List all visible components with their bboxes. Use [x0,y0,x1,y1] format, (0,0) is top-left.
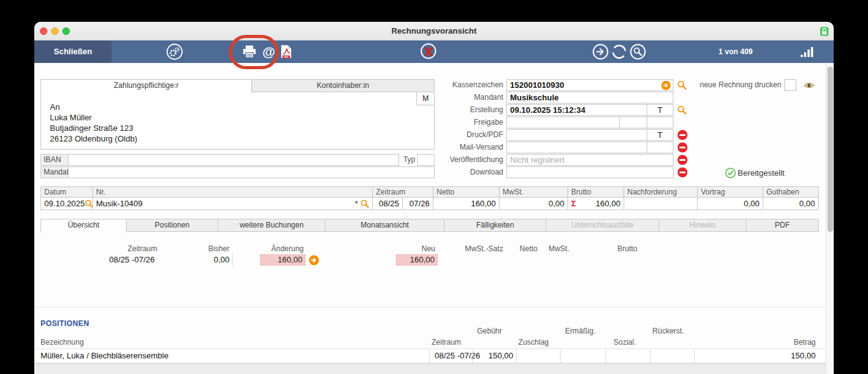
pos-header-rueckerst: Rückerst. [622,327,684,335]
print-icon[interactable] [241,45,258,59]
summary-header-mwst: MwSt. [499,186,568,198]
pos-zuschlag-value [473,349,535,363]
tab-uebersicht[interactable]: Übersicht [41,219,127,233]
settings-gear-icon[interactable] [165,42,184,61]
kassenzeichen-field[interactable]: 152001010930 [506,79,673,91]
tab-weitere-buchungen[interactable]: weitere Buchungen [218,219,326,232]
freigabe-field-3[interactable] [647,117,673,128]
summary-datum-field[interactable]: 09.10.2025 [41,197,93,210]
pos-betrag-value: 150,00 [753,349,816,363]
nr-search-icon[interactable] [360,199,369,208]
uebersicht-bisher-value: 0,00 [180,254,229,266]
email-at-icon[interactable]: @ [263,41,275,63]
summary-header-nr: Nr. [92,186,373,198]
mail-versand-field[interactable] [506,141,647,153]
kassenzeichen-go-arrow-icon[interactable] [661,80,671,90]
search-icon[interactable] [629,43,647,60]
erstellung-search-icon[interactable] [677,105,687,115]
pos-header-bezeichnung: Bezeichnung [41,338,84,347]
veroeffentlichung-field[interactable]: Nicht registriert [506,154,673,166]
refresh-icon[interactable] [610,43,628,60]
mandant-field[interactable]: Musikschule [506,92,673,103]
download-field[interactable] [506,166,673,178]
titlebar: Rechnungsvoransicht [34,22,834,41]
erstellung-field[interactable]: 09.10.2025 15:12:34 [506,104,647,116]
recipient-address: An Luka Müller Butjadinger Straße 123 26… [50,102,137,144]
mandat-label: Mandat [41,166,69,178]
provided-check-icon [725,168,736,178]
kassenzeichen-value: 152001010930 [510,80,564,90]
preview-eye-icon[interactable] [804,82,814,89]
erstellung-value: 09.10.2025 15:12:34 [510,105,586,115]
iban-field[interactable] [68,154,399,166]
m-button[interactable]: M [417,92,435,105]
kassenzeichen-label: Kassenzeichen [391,79,503,91]
print-new-invoice-checkbox[interactable] [784,79,796,91]
download-remove-icon[interactable] [677,167,688,178]
summary-header-netto: Netto [433,186,499,198]
scrollbar-thumb[interactable] [827,67,833,232]
druck-pdf-remove-icon[interactable] [677,130,688,140]
druck-pdf-field[interactable] [506,129,647,141]
tab-pdf[interactable]: PDF [746,219,819,232]
summary-mwst-value: 0,00 [499,197,568,210]
summary-zeitraum-to[interactable]: 07/26 [402,197,433,210]
bottom-strip [34,363,826,374]
go-next-arrow-icon[interactable] [592,43,609,60]
uebersicht-aenderung-value: 160,00 [260,254,306,266]
uebersicht-header-brutto: Brutto [575,244,637,253]
mandant-label: Mandant [391,92,503,103]
uebersicht-header-neu: Neu [373,244,435,253]
erstellung-t-button[interactable]: T [647,104,673,116]
summary-brutto-value: 160,00 [596,198,620,209]
cancel-stop-icon[interactable] [418,42,438,62]
summary-nr-field[interactable]: Musik-10409 * [92,197,373,210]
druck-pdf-t-button[interactable]: T [647,129,673,141]
summary-header-datum: Datum [41,186,93,198]
divider-dashed [429,350,430,363]
mail-versand-field-2[interactable] [647,141,673,153]
position-row[interactable]: Müller, Luka / Blechbläserensemble 08/25… [34,348,826,363]
mandat-field[interactable] [68,166,435,178]
signal-bars-icon[interactable] [801,46,814,57]
tab-faelligkeiten[interactable]: Fälligkeiten [444,219,546,232]
lock-icon [820,27,829,39]
address-line: 26123 Oldenburg (Oldb) [50,133,137,144]
veroeffentlichung-label: Veröffentlichung [391,154,503,166]
mandant-value: Musikschule [510,93,559,102]
address-line: Luka Müller [50,112,137,123]
summary-header-guthaben: Guthaben [763,186,819,198]
pdf-icon[interactable]: PDF [280,44,292,59]
summary-zeitraum-from[interactable]: 08/25 [372,197,403,210]
address-line: An [50,102,137,112]
pos-header-zuschlag: Zuschlag [486,338,549,347]
divider-dashed [560,350,561,363]
apply-change-arrow-icon[interactable] [309,255,319,266]
summary-header-vortrag: Vortrag [697,186,763,198]
tab-monatsansicht[interactable]: Monatsansicht [325,219,445,232]
erstellung-label: Erstellung [391,104,503,116]
record-counter: 1 von 409 [718,41,753,63]
scrollbar-track[interactable] [826,63,834,374]
freigabe-field[interactable] [506,117,620,128]
app-window: Rechnungsvoransicht Schließen [34,22,834,374]
summary-nr-value: Musik-10409 [96,198,142,209]
freigabe-label: Freigabe [391,117,503,128]
toolbar: Schließen @ PDF [34,41,834,63]
mail-versand-remove-icon[interactable] [677,142,688,153]
uebersicht-header-aenderung: Änderung [241,244,304,253]
close-button[interactable]: Schließen [34,41,112,63]
veroeffentlichung-remove-icon[interactable] [677,155,688,165]
tab-positionen[interactable]: Positionen [126,219,218,232]
address-line: Butjadinger Straße 123 [50,123,137,133]
provided-status-label: Bereitgestellt [738,168,784,178]
tab-zahlungspflichtiger[interactable]: Zahlungspflichtige:r [41,79,252,93]
tab-hinweis: Hinweis [658,219,746,232]
uebersicht-header-mwst: MwSt. [507,244,569,253]
freigabe-field-2[interactable] [619,117,647,128]
sum-sigma-icon[interactable]: Σ [571,198,576,209]
uebersicht-header-zeitraum: Zeitraum [95,244,157,253]
divider-dashed [650,350,651,363]
summary-nachforderung-value [624,197,698,210]
section-divider [34,307,826,307]
